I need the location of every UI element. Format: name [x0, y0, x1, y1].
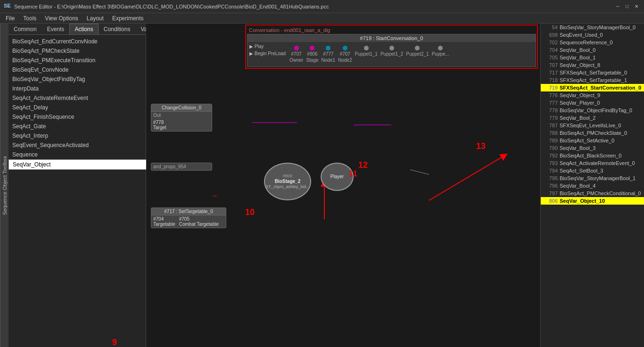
toolbox-item[interactable]: InterpData	[8, 84, 169, 93]
toolbox-item[interactable]: SeqEvent_SequenceActivated	[8, 140, 169, 150]
right-item[interactable]: 776SeqVar_Object_9	[541, 91, 644, 99]
node-biostage-sublabel: ST_citprs_ashley_kid...	[265, 184, 309, 190]
menu-layout[interactable]: Layout	[83, 14, 107, 23]
right-item-idx: 790	[545, 145, 558, 151]
toolbox-item[interactable]: BioSeqVar_ObjectFindByTag	[8, 74, 169, 84]
toolbox-item[interactable]: BioSeqAct_PMCheckState	[8, 46, 169, 56]
right-item[interactable]: 787SFXSeqEvt_LevelIsLive_0	[541, 122, 644, 129]
toolbox-item[interactable]: Sequence	[8, 150, 169, 159]
right-item[interactable]: 788BioSeqAct_PMCheckState_0	[541, 129, 644, 137]
right-item[interactable]: 789BioSeqAct_SetActive_0	[541, 137, 644, 144]
right-item[interactable]: 796SeqVar_Bool_4	[541, 182, 644, 190]
node-changecollision[interactable]: ChangeCollision_0 Out #778Target	[151, 104, 212, 132]
right-item[interactable]: 698SeqEvent_Used_0	[541, 31, 644, 39]
right-item[interactable]: 707SeqVar_Object_8	[541, 61, 644, 69]
menu-view-options[interactable]: View Options	[41, 14, 82, 23]
minimize-button[interactable]: ─	[614, 3, 621, 10]
window-title: Sequence Editor - E:\Origin\Mass Effect …	[14, 4, 614, 9]
right-panel: 54BioSeqVar_StoryManagerBool_0 698SeqEve…	[540, 24, 644, 347]
node-and-props[interactable]: and_props_954	[151, 163, 212, 171]
right-item[interactable]: 795BioSeqVar_StoryManagerBool_1	[541, 174, 644, 182]
toolbox-item[interactable]: SeqAct_Gate	[8, 122, 169, 131]
slot-dot	[438, 46, 443, 50]
right-item[interactable]: 792BioSeqAct_BlackScreen_0	[541, 152, 644, 159]
right-item-idx: 705	[545, 55, 558, 60]
slot-dot	[310, 46, 314, 50]
slot-704: #704Targetable	[153, 216, 175, 227]
canvas-area[interactable]: Conversation - end001_raan_a_dlg #719 : …	[146, 24, 540, 347]
right-item-idx: 54	[545, 25, 558, 30]
toolbox-item[interactable]: BioSeqAct_EndCurrentConvNode	[8, 37, 169, 46]
right-item[interactable]: 718SFXSeqAct_SetTargetable_1	[541, 76, 644, 84]
right-item[interactable]: 779SeqVar_Bool_2	[541, 114, 644, 122]
node-player[interactable]: Player	[321, 163, 354, 191]
right-item-idx: 806	[545, 198, 558, 204]
right-item-idx: 789	[545, 138, 558, 143]
tab-conditions[interactable]: Conditions	[99, 24, 136, 34]
slot-label: #777	[323, 51, 333, 57]
menu-tools[interactable]: Tools	[19, 14, 40, 23]
right-item-idx: 796	[545, 183, 558, 189]
toolbox-item[interactable]: SeqAct_Delay	[8, 103, 169, 112]
right-item[interactable]: 54BioSeqVar_StoryManagerBool_0	[541, 24, 644, 31]
right-item-idx: 779	[545, 115, 558, 121]
main-layout: Sequence Object Toolbox Common Events Ac…	[0, 24, 644, 347]
node-and-props-content: and_props_954	[151, 163, 212, 170]
right-item-idx: 707	[545, 62, 558, 68]
right-item[interactable]: 704SeqVar_Bool_0	[541, 46, 644, 54]
tab-events[interactable]: Events	[42, 24, 70, 34]
toolbox-container: Sequence Object Toolbox Common Events Ac…	[0, 24, 146, 347]
toolbox-item[interactable]: BioSeqAct_PMExecuteTransition	[8, 56, 169, 65]
toolbox-item[interactable]: SeqAct_ActivateRemoteEvent	[8, 93, 169, 103]
conv-inner: #719 : StartConversation_0 ▶ Play ▶ Begi…	[247, 34, 536, 67]
node-target: #778Target	[153, 120, 210, 130]
close-button[interactable]: ✕	[633, 3, 640, 10]
toolbox-item[interactable]: SeqAct_Interp	[8, 131, 169, 140]
conv-slot: #777 Node1	[322, 46, 335, 63]
menu-experiments[interactable]: Experiments	[108, 14, 148, 23]
slot-705: #705Combat Targetable	[179, 216, 219, 227]
maximize-button[interactable]: □	[623, 3, 631, 10]
toolbox-item[interactable]: SeqAct_FinishSequence	[8, 112, 169, 122]
slot-label: #707	[291, 51, 302, 57]
right-item[interactable]: 705SeqVar_Bool_1	[541, 54, 644, 61]
menubar: File Tools View Options Layout Experimen…	[0, 13, 644, 24]
right-item[interactable]: 797BioSeqAct_PMCheckConditional_0	[541, 190, 644, 197]
conv-header: #719 : StartConversation_0	[248, 34, 536, 42]
toolbox-inner: Common Events Actions Conditions Variabl…	[8, 24, 169, 347]
right-item-idx: 792	[545, 153, 558, 158]
slot-label: #806	[307, 51, 317, 57]
toolbox-item-seqvar-object[interactable]: SeqVar_Object	[8, 159, 169, 170]
right-item[interactable]: 702SequenceReference_0	[541, 39, 644, 46]
right-item-806[interactable]: 806SeqVar_Object_10	[541, 197, 644, 205]
conv-title: Conversation - end001_raan_a_dlg	[247, 26, 536, 34]
node-settargetable-header: #717 : SetTargetable_0	[151, 208, 226, 215]
menu-file[interactable]: File	[2, 14, 18, 23]
slot-label: Puppet1_1	[355, 51, 377, 57]
tab-common[interactable]: Common	[8, 24, 42, 34]
slot-dot	[294, 46, 299, 50]
slot-sublabel: Stage	[306, 58, 318, 63]
slot-sublabel: Node2	[338, 58, 352, 63]
node-biostage[interactable]: #800 BioStage_2 ST_citprs_ashley_kid...	[264, 163, 311, 200]
left-panel: Sequence Object Toolbox Common Events Ac…	[0, 24, 146, 347]
node-settargetable[interactable]: #717 : SetTargetable_0 #704Targetable #7…	[151, 207, 226, 228]
slot-dot	[343, 46, 347, 50]
conv-left: ▶ Play ▶ Begin PreLoad	[249, 44, 286, 56]
right-item-719[interactable]: 719SFXSeqAct_StartConversation_0	[541, 84, 644, 91]
right-item-idx: 718	[545, 77, 558, 83]
right-item[interactable]: 717SFXSeqAct_SetTargetable_0	[541, 69, 644, 76]
right-item-idx: 793	[545, 160, 558, 166]
window-controls: ─ □ ✕	[614, 3, 640, 10]
right-item[interactable]: 794SeqAct_SetBool_3	[541, 167, 644, 174]
tab-actions[interactable]: Actions	[69, 24, 98, 34]
slot-label: #707	[340, 51, 350, 57]
annotation-12: 12	[358, 160, 368, 170]
right-item[interactable]: 777SeqVar_Player_0	[541, 99, 644, 107]
right-item[interactable]: 790SeqVar_Bool_3	[541, 144, 644, 152]
conv-slots: #707 Owner #806 Stage #777 Node1	[289, 44, 449, 65]
toolbox-item[interactable]: BioSeqEvt_ConvNode	[8, 65, 169, 74]
titlebar: SE Sequence Editor - E:\Origin\Mass Effe…	[0, 0, 644, 13]
right-item[interactable]: 793SeqAct_ActivateRemoteEvent_0	[541, 159, 644, 167]
right-item[interactable]: 778BioSeqVar_ObjectFindByTag_0	[541, 107, 644, 114]
